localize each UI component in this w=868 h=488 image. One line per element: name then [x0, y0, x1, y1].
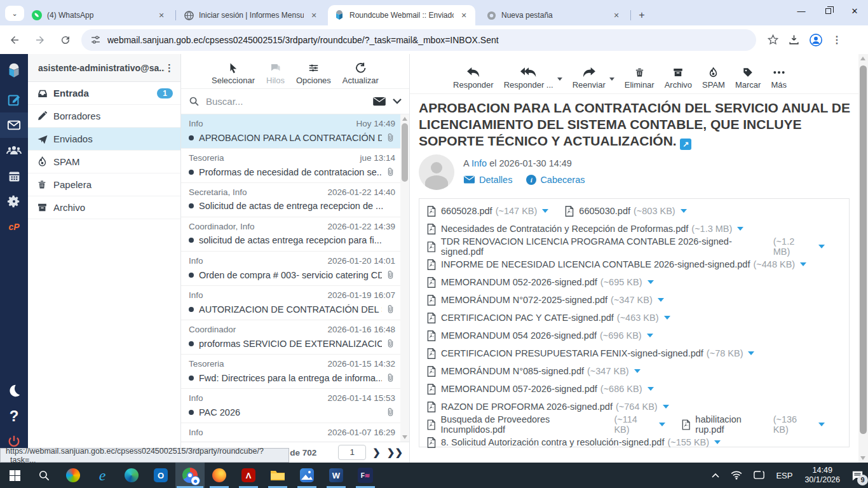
attachment[interactable]: CERTIFICACION PAC Y CATE-signed.pdf (~46… [427, 313, 670, 323]
delete-button[interactable]: Eliminar [625, 67, 654, 90]
firefox-icon[interactable] [205, 463, 234, 488]
forward-icon[interactable] [29, 29, 51, 51]
language-indicator[interactable]: ESP [776, 471, 792, 480]
message-row[interactable]: Coordinador2026-01-16 16:48 proformas SE… [181, 320, 400, 355]
mark-button[interactable]: Marcar [735, 67, 761, 90]
message-row[interactable]: Info2026-01-20 14:01 Orden de compra # 0… [181, 252, 400, 286]
attachment-name[interactable]: 6605030.pdf [579, 206, 630, 216]
attachment[interactable]: 6605028.pdf (~147 KB) [427, 206, 548, 217]
tab-informes[interactable]: Iniciar sesión | Informes Mensua ✕ [178, 5, 325, 25]
attachment-menu-icon[interactable] [714, 440, 721, 444]
acrobat-icon[interactable]: Λ [234, 463, 263, 488]
tab-search-button[interactable]: ⌄ [5, 6, 24, 21]
message-row[interactable]: Info2026-01-19 16:07 AUTORIZACION DE CON… [181, 286, 400, 320]
refresh-button[interactable]: Actualizar [342, 62, 379, 85]
message-row[interactable]: Coordinador, Info2026-01-22 14:39 solici… [181, 217, 400, 252]
attachment-name[interactable]: Busqueda de Proveedores Incumplidos.pdf [441, 414, 611, 435]
help-icon[interactable]: ? [0, 403, 28, 429]
internet-explorer-icon[interactable]: e [88, 463, 117, 488]
attachment-name[interactable]: MEMORANDUM 057-2026-signed.pdf [441, 384, 597, 394]
reload-icon[interactable] [55, 29, 76, 51]
settings-gear-icon[interactable] [0, 189, 28, 214]
mail-nav-icon[interactable] [0, 112, 28, 138]
fes-app-icon[interactable]: F≋ [351, 463, 380, 488]
open-in-new-window-icon[interactable]: ↗ [680, 139, 691, 150]
attachment[interactable]: Necesidades de Contratación y Recepción … [427, 224, 743, 234]
copilot-icon[interactable] [58, 463, 88, 488]
tab-close-icon[interactable]: ✕ [309, 10, 319, 20]
folder-papelera[interactable]: Papelera [28, 173, 180, 196]
attachment-name[interactable]: CERTIFICACION PRESUPUESTARIA FENIX-signe… [441, 348, 703, 358]
attachment-menu-icon[interactable] [648, 387, 654, 391]
scroll-down-arrow[interactable] [402, 435, 407, 439]
tab-roundcube-active[interactable]: Roundcube Webmail :: Enviados ✕ [328, 5, 475, 25]
attachment-name[interactable]: Necesidades de Contratación y Recepción … [441, 224, 688, 234]
restore-button[interactable] [815, 0, 841, 22]
attachment[interactable]: CERTIFICACION PRESUPUESTARIA FENIX-signe… [427, 348, 754, 359]
search-bar[interactable]: Buscar... [181, 89, 409, 114]
photos-icon[interactable] [292, 463, 322, 488]
chrome-taskbar-icon[interactable]: ☻ [175, 463, 205, 488]
folder-enviados[interactable]: Enviados [28, 128, 180, 151]
search-options-chevron-icon[interactable] [393, 98, 402, 104]
start-button[interactable] [0, 463, 29, 488]
page-input[interactable]: 1 [338, 445, 366, 460]
scroll-thumb[interactable] [860, 65, 867, 434]
archive-button[interactable]: Archivo [665, 67, 692, 90]
file-explorer-icon[interactable] [263, 463, 292, 488]
message-row[interactable]: Tesoreria2026-01-15 14:32 Fwd: Directric… [181, 355, 400, 389]
calendar-icon[interactable] [0, 163, 28, 189]
attachment-name[interactable]: TDR RENOVACION LICENCIA PROGRAMA CONTABL… [441, 236, 770, 257]
attachment[interactable]: RAZON DE PROFORMA 2026-signed.pdf (~764 … [427, 402, 669, 412]
bookmark-star-icon[interactable] [767, 34, 779, 46]
scroll-up-arrow[interactable] [402, 117, 407, 121]
profile-avatar-icon[interactable] [809, 33, 823, 47]
contacts-icon[interactable] [0, 138, 28, 163]
attachment-menu-icon[interactable] [634, 369, 641, 373]
next-page-icon[interactable]: ❯ [372, 447, 381, 458]
word-icon[interactable]: W [322, 463, 351, 488]
attachment-menu-icon[interactable] [647, 334, 653, 337]
attachment-name[interactable]: MEMORÁNDUM N°085-signed.pdf [441, 366, 584, 376]
edge-icon[interactable] [117, 463, 146, 488]
threads-button[interactable]: Hilos [266, 62, 285, 85]
scroll-thumb[interactable] [402, 123, 408, 182]
attachment-menu-icon[interactable] [800, 262, 806, 266]
display-tray-icon[interactable] [754, 471, 764, 480]
attachment-menu-icon[interactable] [663, 405, 669, 409]
wifi-icon[interactable] [731, 471, 742, 480]
attachment[interactable]: habilitacion rup.pdf (~136 KB) [682, 414, 825, 435]
attachment[interactable]: MEMORÁNDUM N°072-2025-signed.pdf (~347 K… [427, 295, 664, 306]
reply-button[interactable]: Responder [453, 67, 494, 90]
attachment-menu-icon[interactable] [659, 423, 665, 426]
attachment-menu-icon[interactable] [658, 298, 664, 302]
folder-borradores[interactable]: Borradores [28, 105, 180, 128]
attachment[interactable]: MEMORÁNDUM N°085-signed.pdf (~347 KB) [427, 366, 641, 377]
attachment-menu-icon[interactable] [542, 209, 548, 213]
site-settings-icon[interactable] [90, 34, 101, 45]
compose-icon[interactable] [0, 87, 28, 112]
url-bar[interactable]: webmail.sanjuan.gob.ec/cpsess0245002515/… [81, 29, 756, 51]
attachment-name[interactable]: CERTIFICACION PAC Y CATE-signed.pdf [441, 313, 614, 323]
attachment-menu-icon[interactable] [818, 245, 825, 248]
minimize-button[interactable]: — [788, 0, 815, 22]
scope-envelope-icon[interactable] [372, 97, 386, 107]
taskbar-clock[interactable]: 14:49 30/1/2026 [804, 466, 840, 485]
outlook-icon[interactable]: O [146, 463, 175, 488]
attachment[interactable]: INFORME DE NECESIDAD LICENCIA CONTABLE 2… [427, 259, 806, 270]
attachment[interactable]: 8. Solicitud Autorización contra y resol… [427, 437, 721, 448]
message-row[interactable]: InfoHoy 14:49 APROBACION PARA LA CONTRAT… [181, 114, 400, 149]
message-scrollbar[interactable] [858, 54, 868, 463]
folder-spam[interactable]: SPAM [28, 151, 180, 173]
reply-all-dropdown-icon[interactable] [557, 78, 562, 81]
tab-new[interactable]: Nueva pestaña ✕ [480, 5, 628, 25]
attachment-name[interactable]: RAZON DE PROFORMA 2026-signed.pdf [441, 402, 613, 412]
attachment-menu-icon[interactable] [664, 316, 670, 320]
tab-whatsapp[interactable]: (4) WhatsApp ✕ [25, 5, 173, 25]
attachment[interactable]: MEMORANDUM 057-2026-signed.pdf (~686 KB) [427, 384, 654, 395]
forward-button[interactable]: Reenviar [573, 67, 606, 90]
attachment[interactable]: MEMORANDUM 052-2026-signed.pdf (~695 KB) [427, 277, 654, 288]
attachment-menu-icon[interactable] [737, 227, 743, 231]
attachment-name[interactable]: INFORME DE NECESIDAD LICENCIA CONTABLE 2… [441, 259, 750, 269]
message-row[interactable]: Secretaria, Info2026-01-22 14:40 Solicit… [181, 183, 400, 217]
